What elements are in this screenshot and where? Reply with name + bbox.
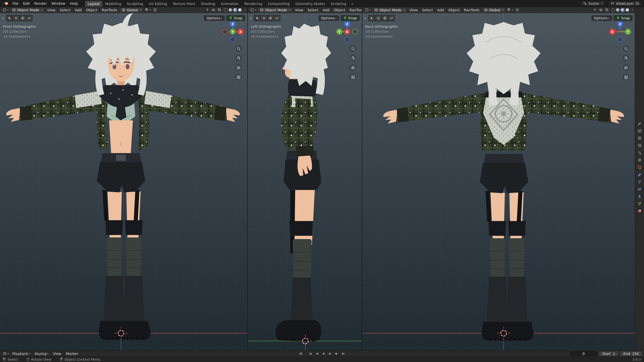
menu-file[interactable]: File <box>11 1 20 6</box>
tool-tab-icon[interactable] <box>637 121 642 126</box>
frame-start-field[interactable]: Start 1 <box>599 351 618 356</box>
viewport-left-canvas[interactable]: ▸ Options▾ Snap Left Orthogra <box>248 13 362 350</box>
toolbar-expand-arrow[interactable]: ▸ <box>364 16 367 20</box>
tool-select-box[interactable] <box>254 15 260 21</box>
mode-selector[interactable]: Object Mode▾ <box>372 8 407 13</box>
render-tab-icon[interactable] <box>637 128 642 133</box>
viewport-back-canvas[interactable]: ▸ Options▾ Snap Back Orthogra <box>362 13 635 350</box>
snap-button[interactable]: Snap <box>226 15 245 21</box>
menu-object[interactable]: Object <box>332 8 347 12</box>
view-layer-tab-icon[interactable] <box>637 143 642 148</box>
options-button[interactable]: Options▾ <box>204 15 225 21</box>
3d-scene-back[interactable] <box>362 13 635 350</box>
proportional-edit-icon[interactable] <box>152 8 158 12</box>
output-tab-icon[interactable] <box>637 135 642 141</box>
shading-solid-icon[interactable] <box>616 8 620 12</box>
editor-type-icon[interactable]: ▾ <box>250 8 257 12</box>
tool-measure[interactable] <box>26 15 32 21</box>
particles-tab-icon[interactable] <box>637 179 642 185</box>
shading-dropdown[interactable]: ▾ <box>244 9 246 11</box>
zoom-icon[interactable] <box>350 45 356 52</box>
tool-measure[interactable] <box>388 15 394 21</box>
scene-selector[interactable]: Scene ✕ <box>581 1 605 6</box>
timeline-editor-icon[interactable]: ▾ <box>2 351 10 356</box>
auto-key-toggle[interactable] <box>298 351 304 356</box>
menu-rantools[interactable]: RanTools <box>100 8 119 12</box>
snap-button[interactable]: Snap <box>341 15 360 21</box>
character-front[interactable] <box>6 13 240 340</box>
previous-keyframe-button[interactable] <box>314 351 320 356</box>
character-back[interactable] <box>383 22 624 341</box>
menu-view[interactable]: View <box>45 8 57 12</box>
knee-boots[interactable] <box>482 238 534 341</box>
view-layer-selector[interactable]: ViewLayer <box>608 1 641 6</box>
playback-menu[interactable]: Playback▾ <box>11 351 32 356</box>
tab-shading[interactable]: Shading <box>198 1 218 7</box>
tab-modeling[interactable]: Modeling <box>102 1 124 7</box>
tool-cursor[interactable] <box>261 15 267 21</box>
menu-view[interactable]: View <box>293 8 305 12</box>
menu-view[interactable]: View <box>408 8 419 12</box>
shading-dropdown[interactable]: ▾ <box>632 9 633 11</box>
mode-selector[interactable]: Object Mode▾ <box>10 8 45 13</box>
shading-solid-icon[interactable] <box>229 8 232 12</box>
jump-to-start-button[interactable] <box>307 351 313 356</box>
menu-rantools[interactable]: RanTools <box>462 8 481 12</box>
modifiers-tab-icon[interactable] <box>637 172 642 177</box>
menu-window[interactable]: Window <box>49 1 67 6</box>
current-frame-input[interactable] <box>570 351 597 356</box>
tool-move[interactable] <box>382 15 388 21</box>
knee-boots[interactable] <box>99 237 150 340</box>
options-button[interactable]: Options▾ <box>591 15 612 21</box>
proportional-edit-icon[interactable] <box>515 8 520 12</box>
orthographic-grid-icon[interactable] <box>350 74 356 80</box>
jacket[interactable] <box>396 92 611 151</box>
shading-material-icon[interactable] <box>233 8 237 12</box>
tool-cursor[interactable] <box>375 15 381 21</box>
object-data-tab-icon[interactable] <box>637 201 642 206</box>
show-gizmo-icon[interactable] <box>592 8 597 12</box>
next-keyframe-button[interactable] <box>334 351 340 356</box>
camera-view-icon[interactable] <box>623 64 629 71</box>
menu-render[interactable]: Render <box>32 1 49 6</box>
hair[interactable] <box>467 22 541 107</box>
tab-geometry-nodes[interactable]: Geometry Nodes <box>293 1 328 7</box>
orientation-selector[interactable]: Global▾ <box>482 8 506 13</box>
object-tab-icon[interactable] <box>637 164 642 170</box>
frame-end-field[interactable]: End 250 <box>620 351 642 356</box>
navigation-gizmo[interactable]: Z Y X <box>336 21 358 43</box>
toggle-xray-icon[interactable] <box>217 8 222 12</box>
menu-add[interactable]: Add <box>73 8 84 12</box>
snap-button[interactable]: Snap <box>614 15 633 21</box>
show-gizmo-icon[interactable] <box>205 8 210 12</box>
toolbar-expand-arrow[interactable]: ▸ <box>250 16 252 20</box>
menu-rantools[interactable]: RanTools <box>348 8 362 12</box>
navigation-gizmo[interactable]: Z X Y <box>609 21 631 43</box>
jump-to-end-button[interactable] <box>340 351 346 356</box>
show-overlays-icon[interactable] <box>211 8 216 12</box>
3d-scene-front[interactable] <box>0 13 247 350</box>
tool-move[interactable] <box>20 15 26 21</box>
orthographic-grid-icon[interactable] <box>623 74 629 80</box>
pan-hand-icon[interactable] <box>350 55 356 61</box>
toolbar-expand-arrow[interactable]: ▸ <box>2 16 5 20</box>
shading-wireframe-icon[interactable] <box>611 8 615 12</box>
zoom-icon[interactable] <box>623 45 629 52</box>
menu-object[interactable]: Object <box>447 8 462 12</box>
tab-compositing[interactable]: Compositing <box>265 1 293 7</box>
shading-material-icon[interactable] <box>621 8 624 12</box>
pan-hand-icon[interactable] <box>235 55 242 61</box>
tool-select-box[interactable] <box>7 15 13 21</box>
tab-uv-editing[interactable]: UV Editing <box>146 1 170 7</box>
mode-selector[interactable]: Object Mode▾ <box>258 8 292 13</box>
toggle-xray-icon[interactable] <box>604 8 610 12</box>
menu-help[interactable]: Help <box>68 1 80 6</box>
menu-add[interactable]: Add <box>321 8 331 12</box>
close-icon[interactable]: ✕ <box>601 2 603 5</box>
tool-select-box[interactable] <box>369 15 375 21</box>
menu-object[interactable]: Object <box>84 8 99 12</box>
constraints-tab-icon[interactable] <box>637 194 642 199</box>
tool-move[interactable] <box>267 15 273 21</box>
menu-select[interactable]: Select <box>58 8 72 12</box>
scene-tab-icon[interactable] <box>637 150 642 155</box>
